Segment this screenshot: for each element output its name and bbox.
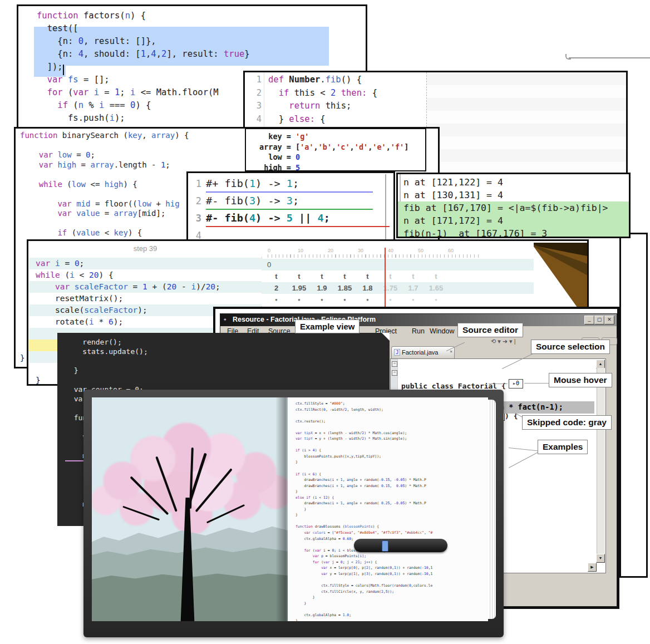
title-bar[interactable]: ✦ Resource - Factorial.java - Eclipse Pl…	[220, 314, 617, 326]
background-side-panel	[619, 233, 648, 578]
scroll-up-button[interactable]: ▲	[596, 360, 605, 368]
java-file-icon: J	[394, 349, 400, 356]
label-example-view: Example view	[295, 319, 360, 333]
trace-output-panel: n at [121,122] = 4n at [130,131] = 4fib …	[396, 173, 631, 238]
book-live-editor: ctx.fillStyle = "#000";ctx.fillRect(0, -…	[83, 390, 504, 637]
screenshot-collage: function factors(n) { test([ {n: 0, resu…	[0, 0, 650, 644]
canvas-page	[92, 397, 288, 621]
eclipse-logo-icon: ✦	[223, 316, 227, 323]
tab-label[interactable]: Factorial.java	[402, 349, 438, 356]
test-results-panel[interactable]: 1#+ fib(1) -> 1;2#- fib(3) -> 3;3#- fib(…	[186, 171, 395, 244]
callout-line-hook	[565, 54, 571, 60]
value-scrubber-slider[interactable]	[354, 539, 447, 552]
label-skipped-code: Skipped code: gray	[522, 415, 612, 430]
connector-line	[524, 383, 551, 384]
step-values-row: 21.951.91.851.81.751.71.65	[262, 282, 538, 294]
maximize-button[interactable]: ▢	[594, 316, 604, 325]
callout-line	[569, 57, 650, 58]
fold-notch	[382, 333, 390, 341]
table-row-zero: 0	[262, 259, 535, 271]
tab-close-icon[interactable]: ✕	[450, 349, 452, 354]
close-button[interactable]: ✕	[604, 316, 614, 325]
book-code[interactable]: ctx.fillStyle = "#000";ctx.fillRect(0, -…	[296, 401, 432, 621]
label-mouse-hover: Mouse hover	[549, 373, 612, 387]
step-counter: step 39	[28, 244, 262, 253]
step-t-row: tttttttt	[262, 271, 538, 282]
minimize-button[interactable]: _	[584, 316, 594, 325]
step-ruler-ticks	[268, 254, 481, 258]
code-page[interactable]: ctx.fillStyle = "#000";ctx.fillRect(0, -…	[288, 397, 488, 621]
menu-window[interactable]: Window	[430, 327, 454, 335]
tab-factorial-java[interactable]: J Factorial.java ✕	[391, 346, 455, 359]
step-position-line[interactable]	[385, 248, 386, 311]
slider-handle[interactable]	[382, 540, 388, 552]
step-dots-row: ●●●●●●●●	[262, 294, 538, 306]
binary-search-code[interactable]: function binarySearch (key, array) { var…	[20, 131, 189, 238]
scroll-down-button[interactable]: ▼	[596, 554, 605, 563]
fold-marker-icon[interactable]: −	[392, 370, 397, 376]
scrollbar-track[interactable]	[597, 368, 605, 563]
menu-run[interactable]: Run	[412, 327, 425, 335]
closing-brace: }	[20, 353, 24, 362]
connector-line	[489, 384, 508, 384]
label-source-editor: Source editor	[457, 323, 523, 337]
fold-marker-icon[interactable]: −	[392, 361, 397, 367]
hover-value-box: ▸0	[509, 379, 523, 389]
scroll-right-button[interactable]: ▶	[588, 563, 597, 572]
factors-code[interactable]: function factors(n) { test([ {n: 0, resu…	[37, 9, 250, 125]
label-source-selection: Source selection	[531, 340, 610, 354]
page-edge-stack	[488, 400, 496, 619]
editor-stripes	[426, 72, 626, 174]
label-examples: Examples	[538, 440, 588, 454]
toolbar-icons[interactable]: ⟲ ▾ ➜ ▾ |	[491, 338, 516, 345]
test-results-code[interactable]: 1#+ fib(1) -> 1;2#- fib(3) -> 3;3#- fib(…	[191, 175, 390, 244]
variable-values-panel: key = 'g'array = ['a','b','c','d','e','f…	[245, 128, 426, 171]
trace-output-rows: n at [121,122] = 4n at [130,131] = 4fib …	[398, 176, 629, 238]
variable-values: key = 'g'array = ['a','b','c','d','e','f…	[259, 131, 408, 173]
